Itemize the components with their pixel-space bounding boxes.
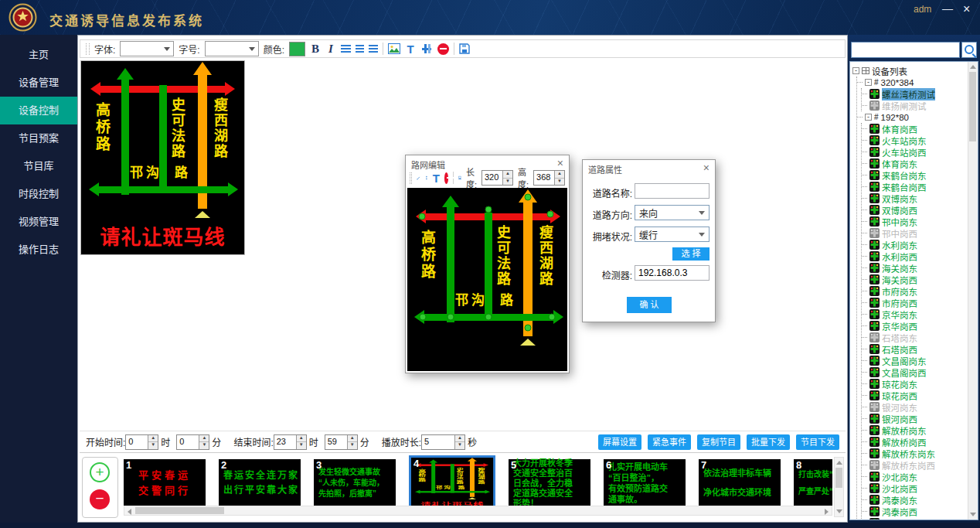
- scroll-up-icon[interactable]: [836, 461, 842, 465]
- scrollbar-thumb[interactable]: [835, 468, 842, 488]
- stepper-arrows[interactable]: ▲▼: [296, 435, 306, 449]
- tree-device-item[interactable]: 体育岗西: [862, 123, 968, 135]
- sidebar-item[interactable]: 视频管理: [0, 208, 77, 236]
- control-point[interactable]: [485, 314, 492, 321]
- sidebar-item[interactable]: 主页: [0, 41, 77, 69]
- detector-input[interactable]: [635, 265, 709, 281]
- tree-device-item[interactable]: 邗中岗东: [862, 216, 968, 227]
- device-search-input[interactable]: [851, 42, 960, 58]
- playlist-item[interactable]: 4高桥路史可法路瘦西湖路邗沟路请礼让斑马线: [409, 455, 495, 511]
- control-point[interactable]: [547, 211, 554, 218]
- end-hour-stepper[interactable]: 23 ▲▼: [274, 434, 307, 450]
- tree-device-item[interactable]: 海关岗东: [862, 262, 968, 274]
- tree-device-item[interactable]: 水利岗东: [862, 239, 968, 250]
- tree-device-item[interactable]: 海关岗西: [862, 274, 968, 285]
- dialog-titlebar[interactable]: 路网编辑 ×: [406, 155, 569, 170]
- scroll-right-icon[interactable]: [825, 509, 829, 515]
- tree-device-item[interactable]: 维扬闸测试: [862, 100, 968, 111]
- scroll-up-icon[interactable]: [970, 65, 976, 69]
- tree-device-item[interactable]: 京华岗东: [862, 308, 968, 320]
- congestion-select[interactable]: 缓行: [635, 227, 709, 242]
- scrollbar-thumb[interactable]: [135, 507, 224, 514]
- tree-device-item[interactable]: 文昌阁岗东: [862, 355, 968, 366]
- collapse-icon[interactable]: -: [852, 67, 859, 74]
- select-button[interactable]: 选 择: [672, 247, 709, 261]
- save-icon[interactable]: [459, 43, 470, 54]
- tree-device-item[interactable]: 沙北岗西: [862, 482, 968, 494]
- control-point[interactable]: [447, 314, 454, 321]
- tree-scrollbar[interactable]: [968, 62, 978, 519]
- tree-device-item[interactable]: 鸿泰岗东: [862, 494, 968, 506]
- road-network-tool-icon[interactable]: [420, 43, 433, 54]
- tree-device-item[interactable]: 双博岗东: [862, 192, 968, 204]
- collapse-icon[interactable]: -: [865, 79, 872, 86]
- search-button[interactable]: [961, 42, 977, 58]
- bold-button[interactable]: B: [310, 43, 321, 56]
- save-icon[interactable]: [458, 173, 461, 182]
- sidebar-item[interactable]: 操作日志: [0, 236, 77, 264]
- playlist-item[interactable]: 5大力开展秋冬季交通安全整治百日会战，全力稳定道路交通安全形势！: [509, 459, 590, 507]
- editor-preview-canvas[interactable]: 高桥路史可法路瘦西湖路邗沟路: [407, 188, 567, 371]
- italic-button[interactable]: I: [325, 43, 336, 56]
- tree-device-item[interactable]: 市府岗西: [862, 297, 968, 308]
- scroll-left-icon[interactable]: [128, 509, 131, 515]
- draw-line-tool-icon[interactable]: [417, 173, 420, 183]
- sidebar-item[interactable]: 设备管理: [0, 69, 77, 97]
- control-point[interactable]: [525, 325, 532, 332]
- delete-tool-icon[interactable]: [444, 172, 448, 184]
- tree-root[interactable]: -设备列表: [852, 65, 968, 77]
- stepper-arrows[interactable]: ▲▼: [347, 435, 357, 449]
- tree-device-item[interactable]: 银河岗东: [862, 401, 968, 413]
- vertical-scrollbar[interactable]: [834, 457, 844, 517]
- scroll-down-icon[interactable]: [970, 513, 976, 516]
- playlist-item[interactable]: 2春运安全连万家出行平安靠大家: [219, 459, 301, 507]
- tree-device-item[interactable]: 琼花岗东: [862, 378, 968, 390]
- action-button[interactable]: 批量下发: [747, 434, 790, 450]
- align-right-icon[interactable]: [369, 45, 378, 53]
- tree-device-item[interactable]: 琼花岗西: [862, 390, 968, 401]
- playlist-item[interactable]: 8打击改装“炸严查严处“机: [794, 459, 832, 507]
- close-icon[interactable]: ×: [703, 162, 709, 174]
- end-minute-stepper[interactable]: 59 ▲▼: [325, 434, 358, 450]
- delete-tool-icon[interactable]: [437, 43, 449, 55]
- action-button[interactable]: 复制节目: [697, 434, 740, 450]
- tree-device-item[interactable]: 文昌阁岗西: [862, 366, 968, 378]
- collapse-icon[interactable]: -: [865, 114, 872, 121]
- length-stepper[interactable]: 320 ▲▼: [481, 170, 513, 186]
- tree-device-item[interactable]: 国展岗东: [862, 517, 968, 520]
- sidebar-item[interactable]: 节目预案: [0, 124, 77, 152]
- tree-device-item[interactable]: 京华岗西: [862, 320, 968, 332]
- tree-group[interactable]: -#192*80: [857, 111, 968, 123]
- font-family-select[interactable]: [120, 41, 174, 56]
- close-icon[interactable]: ×: [557, 157, 563, 169]
- scrollbar-thumb[interactable]: [969, 72, 976, 141]
- control-point[interactable]: [419, 213, 426, 220]
- action-button[interactable]: 紧急事件: [648, 434, 691, 450]
- tree-device-item[interactable]: 体育岗东: [862, 158, 968, 169]
- tree-device-item[interactable]: 石塔岗西: [862, 343, 968, 355]
- tree-device-item[interactable]: 石塔岗东: [862, 332, 968, 343]
- tree-device-item[interactable]: 火车站岗东: [862, 135, 968, 146]
- add-program-button[interactable]: +: [90, 462, 110, 482]
- control-point[interactable]: [549, 314, 556, 321]
- tree-device-item[interactable]: 双博岗西: [862, 204, 968, 216]
- color-swatch[interactable]: [289, 42, 305, 56]
- align-left-icon[interactable]: [341, 45, 351, 53]
- tree-device-item[interactable]: 水利岗西: [862, 250, 968, 262]
- sidebar-item[interactable]: 节目库: [0, 152, 77, 180]
- road-name-input[interactable]: [635, 183, 709, 199]
- road-direction-tool-icon[interactable]: [425, 172, 428, 183]
- tree-group[interactable]: -#320*384: [857, 77, 968, 88]
- tree-device-item[interactable]: 解放桥岗东: [862, 424, 968, 436]
- sidebar-item[interactable]: 时段控制: [0, 180, 77, 208]
- stepper-arrows[interactable]: ▲▼: [148, 435, 158, 449]
- tree-device-item[interactable]: 解放桥东岗西: [862, 459, 968, 471]
- tree-device-item[interactable]: 邗中岗西: [862, 227, 968, 239]
- stepper-arrows[interactable]: ▲▼: [454, 435, 464, 449]
- tree-device-item[interactable]: 解放桥岗西: [862, 436, 968, 448]
- close-icon[interactable]: ×: [963, 2, 970, 16]
- duration-stepper[interactable]: 5 ▲▼: [421, 434, 465, 450]
- road-direction-select[interactable]: 来向: [635, 205, 709, 220]
- remove-program-button[interactable]: −: [90, 489, 110, 509]
- align-center-icon[interactable]: [356, 45, 364, 53]
